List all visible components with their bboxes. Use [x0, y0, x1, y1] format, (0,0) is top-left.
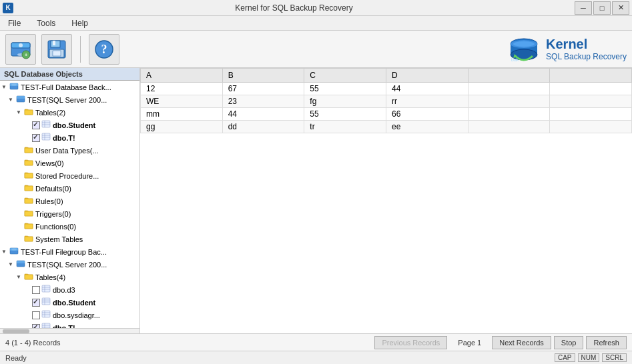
column-header: B [222, 69, 304, 83]
tree-item[interactable]: ▼TEST(SQL Server 200... [0, 93, 139, 106]
table-checkbox-icon[interactable]: ✓ [32, 121, 40, 129]
table-cell-empty [550, 108, 632, 121]
table-row[interactable]: mm445566 [141, 108, 632, 121]
tree-item[interactable]: ▼Tables(4) [0, 271, 139, 283]
num-indicator: NUM [578, 353, 600, 362]
tree-item[interactable]: ✓dbo.T! [0, 131, 139, 144]
folder-icon [24, 271, 33, 283]
table-checkbox-icon[interactable] [32, 311, 40, 319]
tree-item[interactable]: Stored Procedure... [0, 169, 139, 182]
table-cell: 55 [304, 83, 386, 95]
svg-rect-57 [42, 311, 50, 317]
help-button[interactable]: ? [89, 34, 119, 65]
svg-text:bak: bak [511, 57, 519, 62]
svg-rect-38 [25, 186, 33, 191]
statusbar: Ready CAP NUM SCRL [0, 351, 632, 364]
tree-item[interactable]: Defaults(0) [0, 182, 139, 195]
tree-item-label: TEST(SQL Server 200... [27, 261, 107, 269]
expand-icon[interactable]: ▼ [8, 97, 16, 103]
expand-icon[interactable]: ▼ [8, 261, 16, 267]
tree-item[interactable]: ▼TEST-Full Database Back... [0, 81, 139, 93]
tree-item[interactable]: ✓dbo.Student [0, 296, 139, 309]
status-text: Ready [5, 354, 27, 362]
table-checkbox-icon[interactable]: ✓ [32, 134, 40, 142]
data-table[interactable]: ABCD 12675544WE23fgrrmm445566ggddtree [140, 68, 632, 333]
folder-icon [24, 195, 33, 207]
tree-item[interactable]: dbo.d3 [0, 283, 139, 296]
open-db-button[interactable]: + [5, 34, 36, 65]
svg-rect-39 [25, 199, 33, 203]
svg-point-18 [513, 41, 535, 47]
previous-records-button[interactable]: Previous Records [374, 336, 447, 349]
scrollbar-thumb[interactable] [3, 329, 29, 333]
minimize-button[interactable]: ─ [575, 1, 592, 15]
table-checkbox-icon[interactable] [32, 286, 40, 294]
expand-icon[interactable]: ▼ [16, 274, 24, 280]
svg-rect-53 [42, 298, 50, 305]
tree-item[interactable]: Functions(0) [0, 220, 139, 233]
stop-button[interactable]: Stop [554, 336, 584, 349]
next-records-button[interactable]: Next Records [492, 336, 551, 349]
titlebar: K Kernel for SQL Backup Recovery ─ □ ✕ [0, 0, 632, 16]
table-row[interactable]: ggddtree [141, 121, 632, 133]
svg-rect-41 [25, 224, 33, 229]
cap-indicator: CAP [555, 353, 575, 362]
menu-help[interactable]: Help [66, 17, 93, 29]
table-cell: 55 [304, 108, 386, 121]
table-row[interactable]: WE23fgrr [141, 95, 632, 108]
menu-tools[interactable]: Tools [31, 17, 61, 29]
table-cell: 23 [222, 95, 304, 108]
tree-item[interactable]: Triggers(0) [0, 207, 139, 220]
menu-file[interactable]: File [3, 17, 26, 29]
root-icon [9, 246, 19, 257]
toolbar-separator [80, 36, 81, 63]
svg-rect-40 [25, 211, 33, 216]
tree-item-label: Triggers(0) [35, 210, 71, 218]
server-icon [16, 259, 25, 270]
tree-item-label: Tables(4) [35, 273, 65, 281]
table-icon [41, 284, 51, 295]
expand-icon[interactable]: ▼ [1, 249, 9, 255]
tree-item-label: Stored Procedure... [35, 172, 99, 180]
folder-icon [24, 221, 33, 232]
table-cell-empty [550, 95, 632, 108]
folder-icon [24, 157, 33, 169]
tree-item[interactable]: ▼Tables(2) [0, 106, 139, 119]
tree-body[interactable]: ▼TEST-Full Database Back...▼TEST(SQL Ser… [0, 81, 139, 328]
svg-text:+: + [25, 52, 28, 58]
table-checkbox-icon[interactable]: ✓ [32, 324, 40, 329]
menubar: File Tools Help [0, 16, 632, 31]
main-content: SQL Database Objects ▼TEST-Full Database… [0, 68, 632, 333]
refresh-button[interactable]: Refresh [586, 336, 627, 349]
table-cell-empty [468, 108, 550, 121]
tree-item[interactable]: User Data Types(... [0, 144, 139, 157]
pagination-bar: 4 (1 - 4) Records Previous Records Page … [0, 333, 632, 351]
svg-rect-35 [25, 148, 33, 153]
tree-item[interactable]: ✓dbo.T! [0, 321, 139, 328]
table-checkbox-icon[interactable]: ✓ [32, 299, 40, 307]
expand-icon[interactable]: ▼ [16, 109, 24, 115]
maximize-button[interactable]: □ [593, 1, 611, 15]
horizontal-scrollbar[interactable] [0, 328, 139, 333]
expand-icon[interactable]: ▼ [1, 84, 9, 90]
folder-icon [24, 170, 33, 181]
tree-item[interactable]: ✓dbo.Student [0, 119, 139, 131]
svg-rect-25 [17, 96, 25, 99]
save-button[interactable] [41, 34, 72, 65]
server-icon [16, 94, 25, 105]
table-cell: 44 [222, 108, 304, 121]
window-controls: ─ □ ✕ [575, 1, 629, 15]
titlebar-title: Kernel for SQL Backup Recovery [13, 3, 575, 13]
table-row[interactable]: 12675544 [141, 83, 632, 95]
tree-item[interactable]: ▼TEST-Full Filegroup Bac... [0, 245, 139, 258]
close-button[interactable]: ✕ [612, 1, 629, 15]
tree-item[interactable]: dbo.sysdiagr... [0, 309, 139, 321]
tree-item[interactable]: ▼TEST(SQL Server 200... [0, 258, 139, 271]
tree-item-label: Views(0) [35, 159, 64, 167]
tree-item-label: Rules(0) [35, 197, 63, 205]
tree-item[interactable]: Views(0) [0, 157, 139, 169]
tree-item[interactable]: System Tables [0, 233, 139, 245]
table-cell-empty [550, 121, 632, 133]
tree-item[interactable]: Rules(0) [0, 195, 139, 207]
column-header: C [304, 69, 386, 83]
